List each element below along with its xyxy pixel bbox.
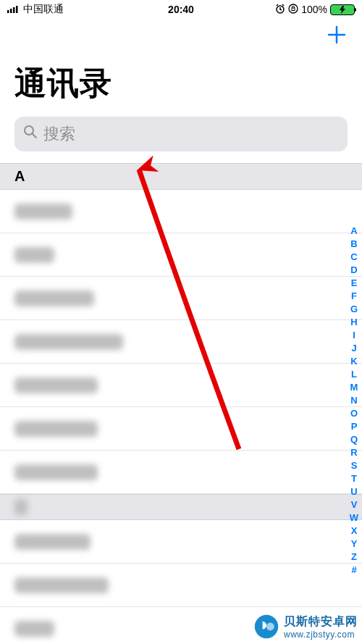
svg-rect-1 (10, 9, 12, 13)
svg-rect-3 (16, 6, 18, 13)
watermark-logo-icon (253, 614, 279, 640)
battery-icon (330, 4, 355, 15)
svg-rect-6 (292, 8, 295, 11)
list-item[interactable] (0, 407, 362, 451)
index-letter[interactable]: A (350, 225, 357, 237)
nav-bar (0, 19, 362, 55)
index-letter[interactable]: E (351, 277, 358, 289)
contact-list[interactable]: A (0, 163, 362, 644)
add-button[interactable] (326, 24, 348, 50)
section-header (0, 494, 362, 520)
list-item[interactable] (0, 320, 362, 364)
redacted-name (14, 377, 98, 393)
svg-point-7 (25, 126, 33, 135)
index-letter[interactable]: X (351, 524, 358, 537)
redacted-name (14, 621, 54, 637)
redacted-name (14, 464, 98, 480)
index-letter[interactable]: I (353, 329, 355, 341)
alarm-icon (275, 4, 285, 16)
index-letter[interactable]: F (351, 290, 357, 302)
index-letter[interactable]: J (351, 342, 356, 354)
watermark-line1: 贝斯特安卓网 (284, 614, 358, 630)
index-letter[interactable]: U (350, 485, 357, 498)
index-letter[interactable]: H (350, 316, 357, 328)
carrier-label: 中国联通 (23, 3, 64, 16)
redacted-name (14, 204, 72, 219)
list-item[interactable] (0, 364, 362, 407)
index-letter[interactable]: R (350, 446, 357, 459)
list-item[interactable] (0, 451, 362, 494)
search-placeholder: 搜索 (43, 123, 75, 145)
svg-rect-2 (13, 7, 15, 13)
watermark: 贝斯特安卓网 www.zjbstyy.com (253, 614, 358, 640)
status-bar: 中国联通 20:40 100% (0, 0, 362, 19)
index-letter[interactable]: C (350, 251, 357, 263)
orientation-lock-icon (288, 4, 298, 16)
index-letter[interactable]: W (350, 511, 358, 524)
redacted-name (14, 334, 123, 350)
section-header: A (0, 163, 362, 190)
index-letter[interactable]: Y (351, 538, 358, 550)
redacted-name (14, 534, 90, 550)
watermark-line2: www.zjbstyy.com (284, 630, 358, 640)
index-letter[interactable]: T (351, 472, 357, 485)
index-letter[interactable]: L (351, 368, 357, 380)
list-item[interactable] (0, 564, 362, 607)
index-letter[interactable]: Z (351, 551, 357, 563)
search-input[interactable]: 搜索 (14, 117, 348, 151)
index-letter[interactable]: D (350, 264, 357, 276)
signal-icon (7, 4, 20, 15)
index-letter[interactable]: K (350, 355, 357, 367)
index-letter[interactable]: O (350, 407, 358, 419)
battery-pct: 100% (301, 4, 327, 15)
index-letter[interactable]: G (350, 303, 358, 315)
index-letter[interactable]: B (350, 238, 357, 250)
index-letter[interactable]: S (351, 459, 358, 472)
redacted-name (14, 247, 54, 263)
index-letter[interactable]: # (351, 564, 356, 576)
search-icon (23, 125, 38, 143)
svg-point-5 (289, 4, 298, 13)
status-left: 中国联通 (7, 3, 64, 16)
alpha-index[interactable]: ABCDEFGHIJKLMNOPQRSTUVWXYZ# (348, 225, 361, 576)
status-time: 20:40 (168, 4, 194, 15)
status-right: 100% (275, 4, 355, 16)
list-item[interactable] (0, 190, 362, 233)
search-row: 搜索 (0, 117, 362, 163)
index-letter[interactable]: N (350, 394, 357, 406)
redacted-name (14, 421, 98, 437)
list-item[interactable] (0, 277, 362, 320)
index-letter[interactable]: P (351, 420, 358, 432)
redacted-name (14, 577, 109, 593)
index-letter[interactable]: V (351, 498, 358, 511)
svg-rect-0 (7, 10, 9, 13)
index-letter[interactable]: Q (350, 433, 358, 446)
list-item[interactable] (0, 233, 362, 277)
svg-point-9 (266, 623, 274, 631)
redacted-name (14, 290, 94, 306)
list-item[interactable] (0, 520, 362, 564)
index-letter[interactable]: M (350, 381, 358, 393)
page-title: 通讯录 (0, 55, 362, 117)
